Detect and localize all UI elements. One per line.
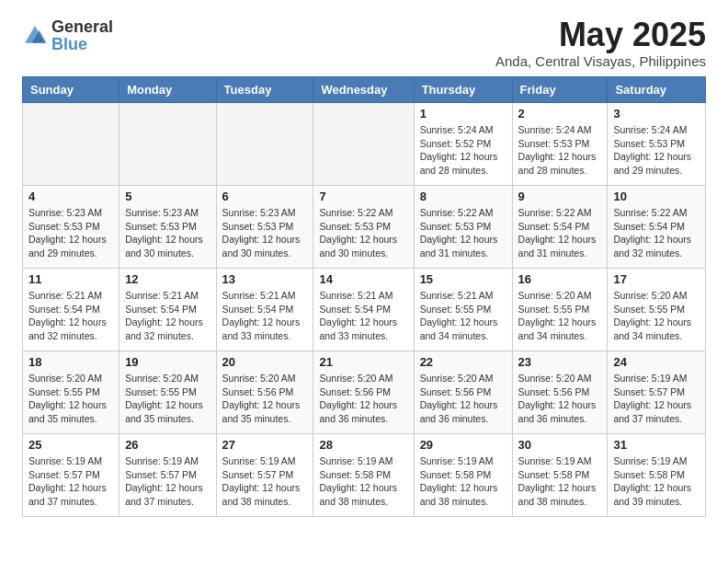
calendar-cell: 31Sunrise: 5:19 AM Sunset: 5:58 PM Dayli…: [608, 434, 706, 517]
day-number: 1: [420, 107, 506, 121]
location: Anda, Central Visayas, Philippines: [495, 53, 706, 69]
day-info: Sunrise: 5:22 AM Sunset: 5:53 PM Dayligh…: [420, 206, 506, 260]
week-row-4: 18Sunrise: 5:20 AM Sunset: 5:55 PM Dayli…: [23, 351, 706, 434]
day-info: Sunrise: 5:20 AM Sunset: 5:56 PM Dayligh…: [222, 372, 308, 426]
calendar-cell: 26Sunrise: 5:19 AM Sunset: 5:57 PM Dayli…: [119, 434, 216, 517]
calendar-cell: 11Sunrise: 5:21 AM Sunset: 5:54 PM Dayli…: [23, 269, 119, 351]
calendar-cell: [23, 103, 119, 186]
day-info: Sunrise: 5:21 AM Sunset: 5:54 PM Dayligh…: [28, 289, 113, 343]
day-number: 10: [613, 190, 700, 203]
day-number: 11: [28, 272, 113, 286]
day-info: Sunrise: 5:22 AM Sunset: 5:53 PM Dayligh…: [319, 206, 407, 260]
day-info: Sunrise: 5:21 AM Sunset: 5:54 PM Dayligh…: [319, 289, 407, 343]
day-info: Sunrise: 5:21 AM Sunset: 5:54 PM Dayligh…: [125, 289, 210, 343]
day-info: Sunrise: 5:20 AM Sunset: 5:55 PM Dayligh…: [613, 289, 700, 343]
day-number: 17: [613, 272, 700, 286]
day-number: 25: [28, 438, 113, 452]
calendar-cell: 5Sunrise: 5:23 AM Sunset: 5:53 PM Daylig…: [119, 186, 216, 269]
day-number: 9: [518, 190, 602, 203]
day-number: 13: [222, 272, 308, 286]
day-info: Sunrise: 5:19 AM Sunset: 5:57 PM Dayligh…: [125, 454, 210, 509]
day-info: Sunrise: 5:19 AM Sunset: 5:58 PM Dayligh…: [613, 454, 700, 509]
day-info: Sunrise: 5:22 AM Sunset: 5:54 PM Dayligh…: [518, 206, 602, 260]
calendar-cell: [216, 103, 313, 186]
calendar-cell: 6Sunrise: 5:23 AM Sunset: 5:53 PM Daylig…: [216, 186, 313, 269]
logo-icon: [22, 23, 48, 49]
calendar-cell: [313, 103, 414, 186]
calendar-header-saturday: Saturday: [608, 77, 706, 103]
calendar-cell: 23Sunrise: 5:20 AM Sunset: 5:56 PM Dayli…: [512, 351, 608, 434]
day-number: 29: [420, 438, 506, 452]
day-number: 15: [420, 272, 506, 286]
day-info: Sunrise: 5:20 AM Sunset: 5:55 PM Dayligh…: [125, 372, 210, 426]
calendar-cell: 30Sunrise: 5:19 AM Sunset: 5:58 PM Dayli…: [512, 434, 608, 517]
day-info: Sunrise: 5:19 AM Sunset: 5:57 PM Dayligh…: [613, 372, 700, 426]
calendar-cell: 29Sunrise: 5:19 AM Sunset: 5:58 PM Dayli…: [414, 434, 512, 517]
day-number: 23: [518, 355, 602, 369]
day-number: 3: [613, 107, 700, 121]
week-row-3: 11Sunrise: 5:21 AM Sunset: 5:54 PM Dayli…: [23, 269, 706, 351]
day-number: 7: [319, 190, 407, 203]
day-number: 20: [222, 355, 308, 369]
title-section: May 2025 Anda, Central Visayas, Philippi…: [495, 18, 706, 69]
week-row-5: 25Sunrise: 5:19 AM Sunset: 5:57 PM Dayli…: [23, 434, 706, 517]
logo: General Blue: [22, 18, 113, 53]
month-title: May 2025: [495, 18, 706, 52]
calendar-cell: 14Sunrise: 5:21 AM Sunset: 5:54 PM Dayli…: [313, 269, 414, 351]
day-info: Sunrise: 5:20 AM Sunset: 5:56 PM Dayligh…: [319, 372, 407, 426]
day-info: Sunrise: 5:23 AM Sunset: 5:53 PM Dayligh…: [28, 206, 113, 260]
day-info: Sunrise: 5:20 AM Sunset: 5:55 PM Dayligh…: [28, 372, 113, 426]
day-info: Sunrise: 5:20 AM Sunset: 5:55 PM Dayligh…: [518, 289, 602, 343]
day-number: 19: [125, 355, 210, 369]
calendar-cell: 4Sunrise: 5:23 AM Sunset: 5:53 PM Daylig…: [23, 186, 119, 269]
day-number: 5: [125, 190, 210, 203]
day-info: Sunrise: 5:19 AM Sunset: 5:58 PM Dayligh…: [420, 454, 506, 509]
calendar-cell: 18Sunrise: 5:20 AM Sunset: 5:55 PM Dayli…: [23, 351, 119, 434]
day-number: 12: [125, 272, 210, 286]
calendar-cell: 17Sunrise: 5:20 AM Sunset: 5:55 PM Dayli…: [608, 269, 706, 351]
calendar-cell: 12Sunrise: 5:21 AM Sunset: 5:54 PM Dayli…: [119, 269, 216, 351]
calendar-header-wednesday: Wednesday: [313, 77, 414, 103]
day-number: 14: [319, 272, 407, 286]
calendar-cell: 2Sunrise: 5:24 AM Sunset: 5:53 PM Daylig…: [512, 103, 608, 186]
day-number: 27: [222, 438, 308, 452]
calendar-cell: 16Sunrise: 5:20 AM Sunset: 5:55 PM Dayli…: [512, 269, 608, 351]
calendar-header-tuesday: Tuesday: [216, 77, 313, 103]
day-info: Sunrise: 5:24 AM Sunset: 5:53 PM Dayligh…: [613, 123, 700, 178]
day-info: Sunrise: 5:19 AM Sunset: 5:57 PM Dayligh…: [28, 454, 113, 509]
day-number: 30: [518, 438, 602, 452]
day-info: Sunrise: 5:20 AM Sunset: 5:56 PM Dayligh…: [420, 372, 506, 426]
calendar-header-thursday: Thursday: [414, 77, 512, 103]
calendar-header-row: SundayMondayTuesdayWednesdayThursdayFrid…: [23, 77, 706, 103]
calendar-cell: 8Sunrise: 5:22 AM Sunset: 5:53 PM Daylig…: [414, 186, 512, 269]
calendar-header-monday: Monday: [119, 77, 216, 103]
day-number: 24: [613, 355, 700, 369]
day-info: Sunrise: 5:19 AM Sunset: 5:58 PM Dayligh…: [319, 454, 407, 509]
day-info: Sunrise: 5:23 AM Sunset: 5:53 PM Dayligh…: [222, 206, 308, 260]
calendar-cell: 10Sunrise: 5:22 AM Sunset: 5:54 PM Dayli…: [608, 186, 706, 269]
calendar-cell: 28Sunrise: 5:19 AM Sunset: 5:58 PM Dayli…: [313, 434, 414, 517]
day-info: Sunrise: 5:24 AM Sunset: 5:53 PM Dayligh…: [518, 123, 602, 178]
calendar: SundayMondayTuesdayWednesdayThursdayFrid…: [22, 76, 706, 517]
page: General Blue May 2025 Anda, Central Visa…: [0, 0, 728, 532]
day-info: Sunrise: 5:22 AM Sunset: 5:54 PM Dayligh…: [613, 206, 700, 260]
day-number: 22: [420, 355, 506, 369]
day-number: 4: [28, 190, 113, 203]
logo-text: General Blue: [51, 18, 113, 53]
logo-general: General: [51, 17, 113, 36]
calendar-cell: 24Sunrise: 5:19 AM Sunset: 5:57 PM Dayli…: [608, 351, 706, 434]
day-info: Sunrise: 5:23 AM Sunset: 5:53 PM Dayligh…: [125, 206, 210, 260]
calendar-cell: [119, 103, 216, 186]
calendar-header-sunday: Sunday: [23, 77, 119, 103]
week-row-1: 1Sunrise: 5:24 AM Sunset: 5:52 PM Daylig…: [23, 103, 706, 186]
week-row-2: 4Sunrise: 5:23 AM Sunset: 5:53 PM Daylig…: [23, 186, 706, 269]
logo-blue: Blue: [51, 35, 87, 53]
day-number: 2: [518, 107, 602, 121]
calendar-cell: 20Sunrise: 5:20 AM Sunset: 5:56 PM Dayli…: [216, 351, 313, 434]
day-info: Sunrise: 5:24 AM Sunset: 5:52 PM Dayligh…: [420, 123, 506, 178]
header: General Blue May 2025 Anda, Central Visa…: [22, 18, 706, 69]
calendar-cell: 13Sunrise: 5:21 AM Sunset: 5:54 PM Dayli…: [216, 269, 313, 351]
day-info: Sunrise: 5:21 AM Sunset: 5:55 PM Dayligh…: [420, 289, 506, 343]
calendar-cell: 3Sunrise: 5:24 AM Sunset: 5:53 PM Daylig…: [608, 103, 706, 186]
day-number: 26: [125, 438, 210, 452]
